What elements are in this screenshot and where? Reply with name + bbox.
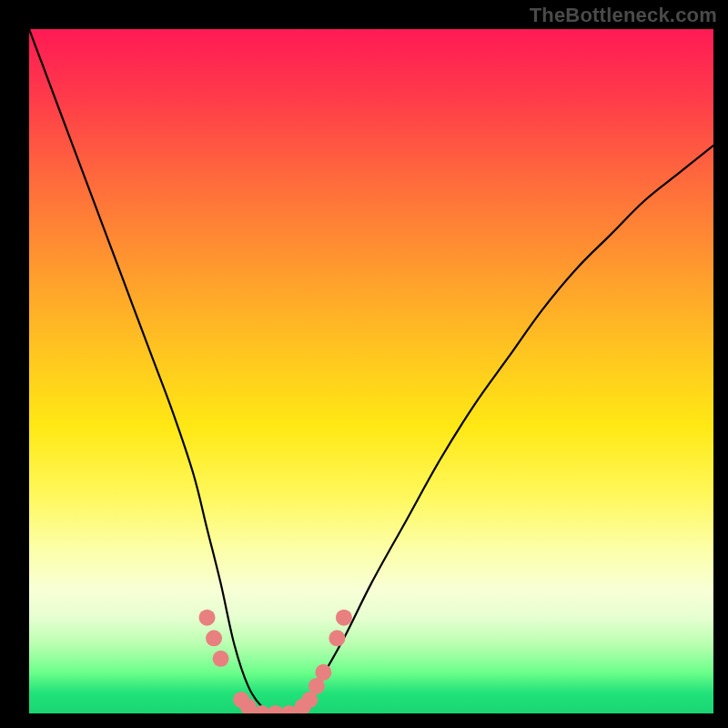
highlight-dot [206, 630, 222, 646]
curve-svg [29, 29, 713, 713]
chart-container: TheBottleneck.com [0, 0, 728, 728]
highlight-dot [315, 664, 331, 681]
highlight-dot [336, 610, 352, 626]
plot-area [29, 29, 713, 713]
penalty-curve [29, 29, 713, 713]
watermark-text: TheBottleneck.com [530, 4, 717, 27]
highlight-dot [199, 610, 216, 626]
highlight-dot [213, 651, 229, 667]
highlight-dot [329, 630, 345, 646]
highlight-dots [199, 610, 352, 713]
